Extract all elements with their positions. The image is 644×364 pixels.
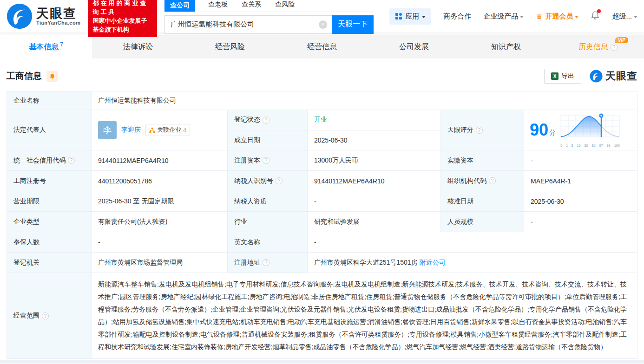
tianyancha-logo-icon bbox=[590, 70, 603, 83]
help-icon[interactable] bbox=[42, 312, 49, 319]
tab-label: 历史信息 bbox=[578, 42, 608, 52]
export-button[interactable]: 导出 bbox=[544, 69, 581, 84]
score-chart-axis: 0 1 3 15 50 85 97 99 100 bbox=[560, 143, 620, 148]
tab-intellectual-property[interactable]: 知识产权 bbox=[460, 35, 552, 58]
apps-menu[interactable]: 应用 bbox=[389, 8, 431, 25]
reg-number-label: 工商注册号 bbox=[7, 171, 92, 191]
tab-basic-info[interactable]: 基本信息 7 bbox=[0, 35, 92, 58]
search-button[interactable]: 天眼一下 bbox=[332, 15, 374, 34]
tab-label: 公司发展 bbox=[399, 42, 429, 52]
business-term-value: 2025-06-30 至 无固定期限 bbox=[92, 191, 228, 211]
promo-line1: 都在用的商业查询工具 bbox=[92, 0, 152, 16]
top-menu: 应用 商务合作 企业级产品 开通会员 超级... bbox=[389, 8, 637, 25]
tab-operating-risk[interactable]: 经营风险 bbox=[184, 35, 276, 58]
table-row: 经营范围 新能源汽车整车销售;发电机及发电机组销售;电子专用材料研发;信息技术咨… bbox=[7, 273, 637, 358]
tab-company-development[interactable]: 公司发展 bbox=[368, 35, 460, 58]
business-scope-label: 经营范围 bbox=[7, 273, 92, 358]
score-unit: 分 bbox=[549, 129, 556, 137]
notification-dot bbox=[597, 9, 601, 13]
est-date-value: 2025-06-30 bbox=[308, 130, 440, 150]
nearby-companies-link[interactable]: 附近公司 bbox=[419, 259, 445, 267]
staff-size-value: - bbox=[524, 212, 637, 232]
paid-capital-label: 实缴资本 bbox=[441, 150, 524, 170]
help-icon[interactable] bbox=[263, 157, 269, 164]
promo-line2: 国家中小企业发展子基金旗下机构 bbox=[92, 16, 152, 34]
avatar[interactable]: 李 bbox=[98, 121, 117, 139]
username: 超级... bbox=[612, 12, 632, 21]
help-icon[interactable] bbox=[489, 177, 496, 184]
tab-label: 基本信息 bbox=[29, 42, 59, 52]
section-header: 工商信息 导出 天眼查 bbox=[0, 58, 644, 91]
help-icon[interactable] bbox=[263, 259, 269, 266]
table-row: 登记机关 广州市黄埔区市场监督管理局 注册地址 广州市黄埔区科学大道251号15… bbox=[7, 253, 637, 273]
search-tab-relation[interactable]: 查关系 bbox=[241, 0, 262, 12]
reg-capital-label: 注册资本 bbox=[228, 150, 308, 170]
paid-capital-value: - bbox=[524, 150, 637, 170]
tab-label: 经营风险 bbox=[215, 42, 245, 52]
search-tab-risk[interactable]: 查风险 bbox=[274, 0, 296, 12]
staff-size-label: 人员规模 bbox=[441, 212, 524, 232]
tianyancha-logo-icon bbox=[7, 3, 33, 29]
bell-icon bbox=[49, 73, 55, 79]
table-row: 工商注册号 440112005051786 纳税人识别号 91440112MAE… bbox=[7, 171, 637, 191]
notification-bell[interactable] bbox=[591, 11, 600, 22]
related-companies-tag[interactable]: 关联企业 4 bbox=[145, 124, 190, 136]
score-distribution-chart: 0 1 3 15 50 85 97 99 100 bbox=[560, 113, 620, 148]
legal-rep-label: 法定代表人 bbox=[7, 110, 92, 150]
search-type-tabs: 查公司 查老板 查关系 查风险 bbox=[164, 0, 374, 12]
apps-label: 应用 bbox=[405, 12, 419, 21]
page-bottom-strip bbox=[0, 360, 644, 364]
org-chart-icon bbox=[149, 127, 155, 133]
vip-badge: VIP bbox=[615, 37, 628, 43]
menu-enterprise-products[interactable]: 企业级产品 bbox=[483, 12, 524, 21]
reg-number-value: 440112005051786 bbox=[92, 171, 228, 191]
approval-date-label: 核准日期 bbox=[441, 191, 524, 211]
tab-history-info[interactable]: VIP 历史信息 bbox=[552, 35, 644, 58]
search-tab-company[interactable]: 查公司 bbox=[164, 0, 195, 12]
chevron-down-icon bbox=[575, 16, 578, 18]
reg-status-value: 开业 bbox=[308, 110, 440, 130]
tab-legal-litigation[interactable]: 法律诉讼 bbox=[92, 35, 184, 58]
top-header: 天眼查 TianYanCha.com 都在用的商业查询工具 国家中小企业发展子基… bbox=[0, 0, 644, 32]
company-nav-tabs: 基本信息 7 法律诉讼 经营风险 经营信息 公司发展 知识产权 VIP 历史信息 bbox=[0, 35, 644, 58]
menu-business-coop[interactable]: 商务合作 bbox=[443, 12, 471, 21]
org-code-value: MAEP6A4R-1 bbox=[524, 171, 637, 191]
clear-search-icon[interactable] bbox=[319, 20, 327, 29]
monitor-bell-button[interactable] bbox=[46, 71, 58, 82]
legal-rep-link[interactable]: 李迎庆 bbox=[121, 126, 141, 134]
menu-open-vip[interactable]: 开通会员 bbox=[536, 12, 578, 21]
company-name-label: 企业名称 bbox=[7, 91, 92, 110]
score-block: 天眼评分 90 分 bbox=[441, 110, 637, 150]
help-icon[interactable] bbox=[476, 127, 483, 134]
help-icon[interactable] bbox=[276, 177, 283, 184]
english-name-value: - bbox=[308, 232, 637, 252]
score-value: 90 分 bbox=[524, 110, 637, 150]
search-block: 查公司 查老板 查关系 查风险 天眼一下 bbox=[164, 0, 374, 34]
search-input[interactable] bbox=[164, 15, 332, 34]
tab-label: 经营信息 bbox=[307, 42, 337, 52]
company-name-value: 广州恒运氢能科技有限公司 bbox=[92, 91, 637, 110]
business-scope-value: 新能源汽车整车销售;发电机及发电机组销售;电子专用材料研发;信息技术咨询服务;发… bbox=[92, 273, 637, 358]
section-title: 工商信息 bbox=[7, 70, 42, 82]
tab-count: 7 bbox=[60, 41, 63, 48]
help-icon[interactable] bbox=[68, 157, 75, 164]
user-account-menu[interactable]: 超级... bbox=[612, 12, 637, 21]
registry-authority-label: 登记机关 bbox=[7, 253, 92, 273]
tianyancha-logo[interactable]: 天眼查 TianYanCha.com bbox=[7, 3, 80, 29]
industry-label: 行业 bbox=[228, 212, 308, 232]
taxpayer-id-value: 91440112MAEP6A4R10 bbox=[308, 171, 441, 191]
table-row: 统一社会信用代码 91440112MAEP6A4R10 注册资本 13000万人… bbox=[7, 150, 637, 171]
taxpayer-id-label: 纳税人识别号 bbox=[228, 171, 308, 191]
search-tab-boss[interactable]: 查老板 bbox=[207, 0, 229, 12]
org-code-label: 组织机构代码 bbox=[441, 171, 524, 191]
table-row: 参保人数 - 英文名称 - bbox=[7, 232, 637, 253]
reg-status-label: 登记状态 bbox=[228, 110, 308, 130]
related-label: 关联企业 bbox=[157, 126, 181, 134]
tab-operating-info[interactable]: 经营信息 bbox=[276, 35, 368, 58]
vip-label: 开通会员 bbox=[545, 12, 573, 21]
company-type-value: 有限责任公司(法人独资) bbox=[92, 212, 228, 232]
export-label: 导出 bbox=[561, 72, 574, 80]
industry-value: 研究和试验发展 bbox=[308, 212, 441, 232]
help-icon[interactable] bbox=[263, 117, 269, 124]
help-icon[interactable] bbox=[611, 44, 618, 51]
